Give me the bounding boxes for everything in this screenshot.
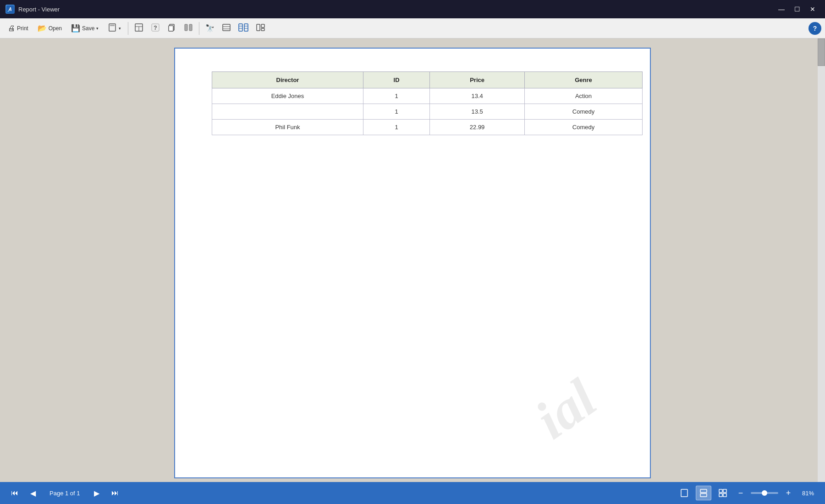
report-table-container: Director ID Price Genre Eddie Jones113.4… <box>175 49 650 149</box>
svg-rect-11 <box>169 26 173 31</box>
svg-rect-29 <box>719 489 722 493</box>
minimize-button[interactable]: — <box>775 4 788 15</box>
columns-button[interactable] <box>181 21 196 36</box>
svg-rect-14 <box>223 24 230 31</box>
svg-rect-18 <box>244 24 248 31</box>
title-bar-left: A Report - Viewer <box>6 5 60 14</box>
cell-price-2: 22.99 <box>430 120 525 135</box>
columns-icon <box>184 23 193 34</box>
svg-rect-26 <box>681 489 688 497</box>
toolbar-separator-1 <box>128 22 128 35</box>
save-label: Save <box>82 25 94 32</box>
scroll-thumb[interactable] <box>818 38 825 66</box>
svg-rect-4 <box>110 25 115 26</box>
print-icon <box>8 24 15 33</box>
open-icon <box>38 24 47 33</box>
page-dropdown-arrow: ▾ <box>119 26 121 31</box>
save-dropdown-arrow: ▾ <box>96 26 99 31</box>
view1-icon <box>222 23 231 34</box>
svg-rect-28 <box>700 493 707 497</box>
col-header-genre: Genre <box>525 72 643 88</box>
cell-id-1: 1 <box>363 104 429 120</box>
title-bar: A Report - Viewer — ☐ ✕ <box>0 0 825 18</box>
svg-rect-23 <box>257 24 260 31</box>
page-info: Page 1 of 1 <box>44 490 86 497</box>
window-title: Report - Viewer <box>18 6 60 13</box>
layout-icon <box>134 23 143 34</box>
cell-director-2: Phil Funk <box>212 120 363 135</box>
cell-genre-1: Comedy <box>525 104 643 120</box>
open-label: Open <box>49 25 62 32</box>
view2-button[interactable] <box>235 21 252 36</box>
last-page-button[interactable]: ⏭ <box>108 486 122 500</box>
zoom-out-button[interactable]: − <box>734 487 747 499</box>
svg-rect-27 <box>700 489 707 493</box>
save-button[interactable]: Save ▾ <box>67 21 103 36</box>
cell-genre-0: Action <box>525 88 643 104</box>
toolbar: Print Open Save ▾ ▾ <box>0 18 825 38</box>
save-icon <box>71 24 80 33</box>
global-help-icon: ? <box>813 25 817 32</box>
view2-icon <box>238 23 248 34</box>
view1-button[interactable] <box>219 21 234 36</box>
svg-rect-25 <box>261 28 264 31</box>
svg-rect-12 <box>185 24 187 31</box>
table-row: 113.5Comedy <box>212 104 643 120</box>
cell-id-0: 1 <box>363 88 429 104</box>
copy-button[interactable] <box>164 21 180 36</box>
svg-rect-17 <box>239 24 242 31</box>
cell-id-2: 1 <box>363 120 429 135</box>
table-row: Eddie Jones113.4Action <box>212 88 643 104</box>
prev-page-button[interactable]: ◀ <box>26 486 40 500</box>
maximize-button[interactable]: ☐ <box>790 4 804 15</box>
cell-price-1: 13.5 <box>430 104 525 120</box>
cell-price-0: 13.4 <box>430 88 525 104</box>
view3-button[interactable] <box>253 21 268 36</box>
find-icon: 🔭 <box>205 24 214 33</box>
report-table: Director ID Price Genre Eddie Jones113.4… <box>212 71 643 135</box>
svg-rect-31 <box>719 493 722 497</box>
cell-genre-2: Comedy <box>525 120 643 135</box>
grid-view-button[interactable] <box>715 486 731 500</box>
help-button[interactable]: ? <box>148 21 163 36</box>
watermark: ial <box>524 367 608 452</box>
svg-rect-30 <box>723 489 726 493</box>
zoom-level: 81% <box>798 490 818 497</box>
zoom-slider-thumb <box>762 490 767 496</box>
col-header-director: Director <box>212 72 363 88</box>
next-page-button[interactable]: ▶ <box>89 486 104 500</box>
view3-icon <box>256 23 265 34</box>
global-help-button[interactable]: ? <box>808 22 821 35</box>
help-icon: ? <box>151 23 160 34</box>
svg-rect-13 <box>189 24 192 31</box>
main-area: Director ID Price Genre Eddie Jones113.4… <box>0 38 825 482</box>
page-setup-button[interactable]: ▾ <box>104 21 125 36</box>
zoom-slider[interactable] <box>751 492 778 494</box>
first-page-button[interactable]: ⏮ <box>7 486 22 500</box>
scrollbar[interactable] <box>818 38 825 482</box>
toolbar-separator-2 <box>199 22 199 35</box>
zoom-in-button[interactable]: + <box>782 487 795 499</box>
table-row: Phil Funk122.99Comedy <box>212 120 643 135</box>
open-button[interactable]: Open <box>33 21 66 36</box>
single-page-view-button[interactable] <box>676 486 692 500</box>
continuous-view-button[interactable] <box>696 486 711 500</box>
layout-button[interactable] <box>131 21 147 36</box>
print-label: Print <box>17 25 28 32</box>
print-button[interactable]: Print <box>4 21 33 36</box>
close-button[interactable]: ✕ <box>806 4 820 15</box>
copy-icon <box>167 23 176 34</box>
status-bar-right: − + 81% <box>676 486 818 500</box>
svg-rect-32 <box>723 493 726 497</box>
cell-director-0: Eddie Jones <box>212 88 363 104</box>
page-setup-icon <box>108 23 117 34</box>
find-button[interactable]: 🔭 <box>202 21 218 36</box>
app-icon: A <box>6 5 15 14</box>
col-header-id: ID <box>363 72 429 88</box>
status-bar: ⏮ ◀ Page 1 of 1 ▶ ⏭ − + <box>0 482 825 504</box>
title-bar-controls: — ☐ ✕ <box>775 4 820 15</box>
col-header-price: Price <box>430 72 525 88</box>
svg-text:?: ? <box>154 25 157 31</box>
svg-rect-24 <box>261 24 264 27</box>
page-document: Director ID Price Genre Eddie Jones113.4… <box>174 48 651 478</box>
